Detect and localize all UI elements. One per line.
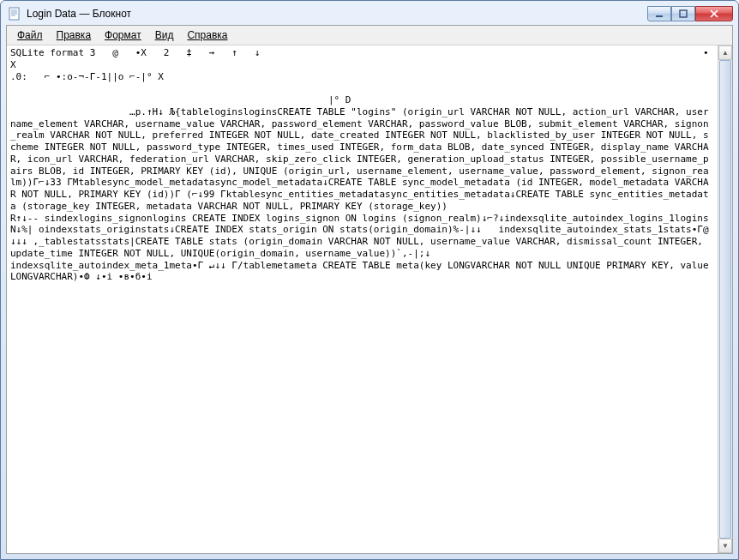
svg-rect-6 xyxy=(680,10,687,17)
close-button[interactable] xyxy=(695,6,733,21)
window-title: Login Data — Блокнот xyxy=(27,8,131,20)
scroll-track[interactable] xyxy=(718,60,732,539)
menu-format[interactable]: Формат xyxy=(98,27,148,43)
vertical-scrollbar[interactable]: ▲ ▼ xyxy=(718,45,732,553)
menu-help[interactable]: Справка xyxy=(180,27,234,43)
content-wrap: SQLite format 3 @ •X 2 ‡ → ↑ ↓ •X .0: ⌐ … xyxy=(7,45,732,553)
menu-edit[interactable]: Правка xyxy=(50,27,99,43)
menubar: Файл Правка Формат Вид Справка xyxy=(7,26,732,45)
svg-rect-5 xyxy=(656,15,663,17)
maximize-icon xyxy=(679,9,688,18)
window-controls xyxy=(647,6,733,21)
minimize-icon xyxy=(655,9,664,18)
menu-view[interactable]: Вид xyxy=(148,27,181,43)
notepad-window: Login Data — Блокнот Файл Правка Формат … xyxy=(0,0,739,560)
scroll-thumb[interactable] xyxy=(719,60,731,539)
maximize-button[interactable] xyxy=(671,6,695,21)
minimize-button[interactable] xyxy=(647,6,671,21)
close-icon xyxy=(710,9,718,18)
notepad-icon xyxy=(8,7,21,21)
scroll-up-button[interactable]: ▲ xyxy=(718,45,732,60)
text-editor[interactable]: SQLite format 3 @ •X 2 ‡ → ↑ ↓ •X .0: ⌐ … xyxy=(7,45,718,553)
scroll-down-button[interactable]: ▼ xyxy=(718,539,732,553)
menu-file[interactable]: Файл xyxy=(10,27,50,43)
titlebar[interactable]: Login Data — Блокнот xyxy=(6,6,733,25)
client-area: Файл Правка Формат Вид Справка SQLite fo… xyxy=(6,25,733,554)
title-left: Login Data — Блокнот xyxy=(8,7,131,21)
